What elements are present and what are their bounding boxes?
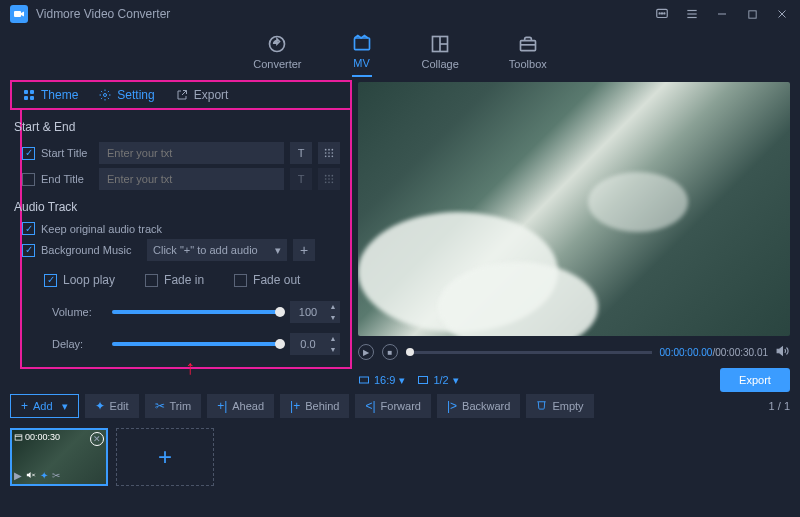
bg-music-checkbox[interactable] [22, 244, 35, 257]
progress-bar[interactable] [406, 351, 652, 354]
behind-button[interactable]: |+Behind [280, 394, 349, 418]
svg-point-24 [325, 149, 327, 151]
svg-point-27 [325, 152, 327, 154]
export-button[interactable]: Export [720, 368, 790, 392]
volume-up[interactable]: ▲ [326, 301, 340, 312]
zoom-select[interactable]: 1/2 ▾ [417, 374, 458, 387]
settings-tabs: Theme Setting Export [12, 82, 350, 108]
end-title-input[interactable] [99, 168, 284, 190]
backward-button[interactable]: |>Backward [437, 394, 520, 418]
trim-button[interactable]: ✂Trim [145, 394, 202, 418]
ahead-icon: +| [217, 399, 227, 413]
play-button[interactable]: ▶ [358, 344, 374, 360]
setting-icon [98, 88, 112, 102]
fadein-label: Fade in [164, 273, 204, 287]
fadeout-checkbox[interactable] [234, 274, 247, 287]
tab-export[interactable]: Export [165, 82, 239, 108]
volume-slider[interactable] [112, 310, 280, 314]
wand-icon: ✦ [95, 399, 105, 413]
delay-up[interactable]: ▲ [326, 333, 340, 344]
settings-panel: Start & End Start Title T End Title T Au… [20, 110, 352, 369]
empty-button[interactable]: Empty [526, 394, 593, 418]
plus-icon: + [21, 399, 28, 413]
svg-point-35 [332, 175, 334, 177]
stop-button[interactable]: ■ [382, 344, 398, 360]
svg-point-36 [325, 178, 327, 180]
feedback-icon[interactable] [654, 6, 670, 22]
main-nav: Converter MV Collage Toolbox [0, 28, 800, 78]
end-title-label: End Title [41, 173, 93, 185]
edit-button[interactable]: ✦Edit [85, 394, 139, 418]
svg-rect-19 [24, 90, 28, 94]
backward-icon: |> [447, 399, 457, 413]
aspect-ratio-select[interactable]: 16:9 ▾ [358, 374, 405, 387]
chevron-down-icon: ▾ [62, 400, 68, 413]
app-logo [10, 5, 28, 23]
add-button[interactable]: +Add▾ [10, 394, 79, 418]
tab-setting-label: Setting [117, 88, 154, 102]
tab-theme[interactable]: Theme [12, 82, 88, 108]
nav-mv[interactable]: MV [352, 33, 372, 77]
add-clip-button[interactable]: + [116, 428, 214, 486]
clip-play-icon[interactable]: ▶ [14, 470, 22, 482]
nav-converter[interactable]: Converter [253, 34, 301, 76]
nav-collage[interactable]: Collage [422, 34, 459, 76]
trash-icon [536, 399, 547, 413]
minimize-button[interactable] [714, 6, 730, 22]
nav-toolbox[interactable]: Toolbox [509, 34, 547, 76]
clip-trim-icon[interactable]: ✂ [52, 470, 60, 482]
nav-mv-label: MV [353, 57, 370, 69]
volume-down[interactable]: ▼ [326, 312, 340, 323]
nav-toolbox-label: Toolbox [509, 58, 547, 70]
fadeout-label: Fade out [253, 273, 300, 287]
delay-numbox[interactable]: 0.0▲▼ [290, 333, 340, 355]
annotation-arrow: ↑ [185, 356, 195, 379]
startend-heading: Start & End [14, 120, 340, 134]
close-button[interactable] [774, 6, 790, 22]
start-title-grid-btn[interactable] [318, 142, 340, 164]
scissors-icon: ✂ [155, 399, 165, 413]
svg-rect-13 [354, 38, 369, 50]
bg-music-select[interactable]: Click "+" to add audio▾ [147, 239, 287, 261]
end-title-checkbox[interactable] [22, 173, 35, 186]
clip-effect-icon[interactable]: ✦ [40, 470, 48, 482]
timeline: 00:00:30 ✕ ▶ ✦ ✂ + [0, 422, 800, 492]
svg-rect-21 [24, 96, 28, 100]
fadein-checkbox[interactable] [145, 274, 158, 287]
maximize-button[interactable] [744, 6, 760, 22]
tab-setting[interactable]: Setting [88, 82, 164, 108]
volume-label: Volume: [52, 306, 102, 318]
svg-point-26 [332, 149, 334, 151]
clip-toolbar: +Add▾ ✦Edit ✂Trim +|Ahead |+Behind <|For… [0, 390, 800, 422]
end-title-grid-btn[interactable] [318, 168, 340, 190]
clip-thumbnail[interactable]: 00:00:30 ✕ ▶ ✦ ✂ [10, 428, 108, 486]
svg-point-25 [328, 149, 330, 151]
audio-heading: Audio Track [14, 200, 340, 214]
end-title-text-btn[interactable]: T [290, 168, 312, 190]
delay-down[interactable]: ▼ [326, 344, 340, 355]
start-title-checkbox[interactable] [22, 147, 35, 160]
bg-music-add-btn[interactable]: + [293, 239, 315, 261]
volume-numbox[interactable]: 100▲▼ [290, 301, 340, 323]
delay-slider[interactable] [112, 342, 280, 346]
svg-rect-45 [15, 434, 22, 439]
svg-marker-42 [777, 346, 782, 354]
start-title-text-btn[interactable]: T [290, 142, 312, 164]
svg-rect-9 [748, 10, 755, 17]
clip-remove-button[interactable]: ✕ [90, 432, 104, 446]
start-title-input[interactable] [99, 142, 284, 164]
start-title-label: Start Title [41, 147, 93, 159]
collage-icon [430, 34, 450, 54]
loop-checkbox[interactable] [44, 274, 57, 287]
menu-icon[interactable] [684, 6, 700, 22]
forward-button[interactable]: <|Forward [355, 394, 430, 418]
svg-point-41 [332, 182, 334, 184]
clip-mute-icon[interactable] [26, 470, 36, 482]
ahead-button[interactable]: +|Ahead [207, 394, 274, 418]
volume-icon[interactable] [776, 344, 790, 361]
chevron-down-icon: ▾ [275, 244, 281, 257]
nav-converter-label: Converter [253, 58, 301, 70]
titlebar: Vidmore Video Converter [0, 0, 800, 28]
keep-audio-checkbox[interactable] [22, 222, 35, 235]
svg-rect-0 [14, 11, 21, 17]
